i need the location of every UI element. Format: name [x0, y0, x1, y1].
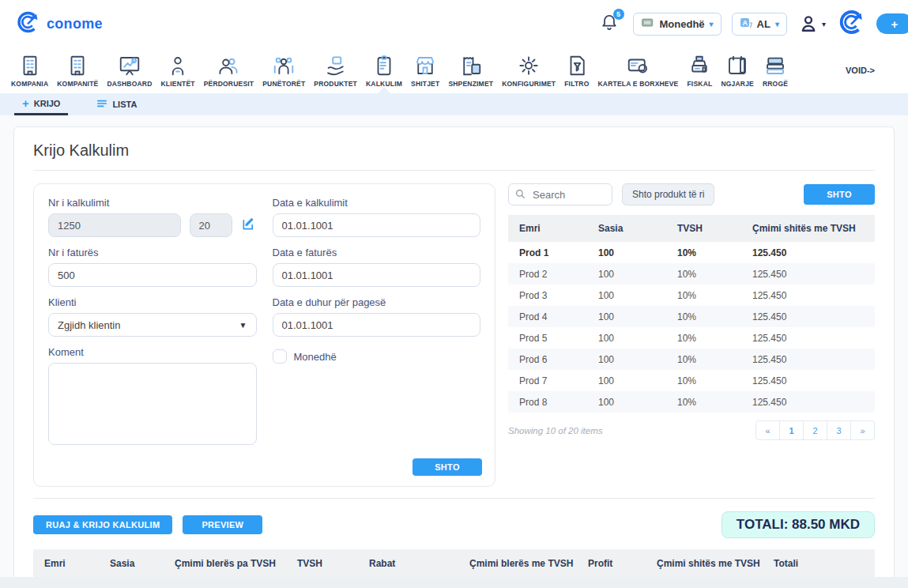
notifications-button[interactable]: 5	[599, 12, 623, 36]
table-row[interactable]: Prod 4 100 10% 125.450	[508, 306, 875, 327]
main-navigation: KOMPANIA KOMPANITË DASHBOARD KLIENTËT PË…	[0, 47, 908, 93]
calculation-clipboard-icon: $	[372, 54, 396, 77]
calculation-table-header: Emri Sasia Çmimi blerës pa TVSH TVSH Rab…	[33, 549, 875, 578]
table-row[interactable]: Prod 5 100 10% 125.450	[508, 327, 875, 349]
cell-cmimi: 125.450	[752, 247, 875, 258]
koment-textarea[interactable]	[48, 363, 257, 445]
nav-item-kompanite[interactable]: KOMPANITË	[57, 47, 98, 93]
data-pageses-input[interactable]	[273, 313, 481, 337]
nav-item-konfigurimet[interactable]: KONFIGURIMET	[502, 47, 556, 93]
expenses-icon	[459, 54, 483, 77]
data-kalkulimit-input[interactable]	[273, 213, 481, 237]
brand-logo[interactable]: conome	[14, 9, 103, 39]
nr-fatures-input[interactable]	[48, 263, 257, 287]
nav-item-ngjarje[interactable]: 22 NGJARJE	[721, 47, 754, 93]
monedhe-checkbox[interactable]	[273, 349, 287, 364]
cell-emri: Prod 8	[519, 397, 598, 408]
table-row[interactable]: Prod 1 100 10% 125.450	[508, 242, 875, 263]
preview-button[interactable]: PREVIEW	[183, 515, 262, 534]
debt-card-icon: ?	[626, 54, 650, 77]
calendar-icon: 22	[725, 54, 749, 77]
search-icon	[514, 188, 526, 203]
dropdown-caret-icon: ▼	[239, 321, 247, 330]
total-amount-badge: TOTALI: 88.50 MKD	[722, 511, 875, 538]
nr-fatures-label: Nr i faturës	[48, 247, 257, 258]
table-row[interactable]: Prod 8 100 10% 125.450	[508, 391, 875, 413]
table-row[interactable]: Prod 6 100 10% 125.450	[508, 349, 875, 370]
buildings-icon	[66, 54, 89, 77]
calculation-form-panel: Nr i kalkulimit Nr i faturës Klienti	[33, 183, 495, 487]
conome-mark-icon[interactable]	[836, 7, 866, 40]
pagination-next[interactable]: »	[850, 420, 875, 440]
pagination: « 1 2 3 »	[755, 420, 875, 440]
svg-text:$: $	[385, 66, 389, 74]
nav-item-shitjet[interactable]: SHITJET	[411, 47, 439, 93]
products-panel: Shto produkt të ri SHTO Emri Sasia TVSH …	[508, 183, 875, 487]
cell-sasia: 100	[598, 354, 677, 365]
add-button[interactable]: +	[876, 13, 908, 34]
svg-text:22: 22	[732, 62, 740, 70]
nav-item-kalkulim[interactable]: $ KALKULIM	[366, 47, 402, 93]
cell-cmimi: 125.450	[752, 375, 875, 386]
nav-item-shpenzimet[interactable]: SHPENZIMET	[448, 47, 493, 93]
nav-item-klientet[interactable]: KLIENTËT	[160, 47, 194, 93]
page-bottom-strip	[0, 577, 908, 588]
data-fatures-input[interactable]	[273, 263, 481, 287]
nav-item-dashboard[interactable]: DASHBOARD	[107, 47, 152, 93]
translate-icon: A	[740, 17, 752, 32]
nav-item-rroge[interactable]: $ RROGË	[763, 47, 788, 93]
table-row[interactable]: Prod 7 100 10% 125.450	[508, 370, 875, 391]
nav-item-kompania[interactable]: KOMPANIA	[11, 47, 48, 93]
save-and-create-button[interactable]: RUAJ & KRIJO KALKULIM	[33, 515, 172, 534]
client-icon	[166, 54, 190, 77]
pagination-page-3[interactable]: 3	[827, 420, 851, 440]
cell-tvsh: 10%	[677, 397, 752, 408]
cell-sasia: 100	[598, 290, 677, 301]
language-dropdown[interactable]: A AL ▾	[732, 13, 787, 36]
cell-sasia: 100	[598, 247, 677, 258]
chevron-down-icon: ▾	[775, 20, 779, 28]
language-label: AL	[757, 18, 770, 30]
nav-item-fiskal[interactable]: FISKAL	[687, 47, 712, 93]
add-product-button[interactable]: Shto produkt të ri	[622, 183, 714, 205]
brand-name: conome	[47, 16, 103, 32]
void-link[interactable]: VOID->	[846, 66, 875, 75]
nav-item-punetoret[interactable]: PUNËTORËT	[262, 47, 305, 93]
cell-tvsh: 10%	[677, 311, 752, 322]
filter-icon	[565, 54, 589, 77]
nav-item-filtro[interactable]: FILTRO	[564, 47, 589, 93]
products-table-header: Emri Sasia TVSH Çmimi shitës me TVSH	[508, 215, 875, 242]
plus-icon: +	[22, 96, 29, 110]
nr-kalkulimit-input[interactable]	[48, 213, 181, 237]
cell-cmimi: 125.450	[752, 290, 875, 301]
products-shto-button[interactable]: SHTO	[804, 184, 875, 205]
users-icon	[217, 54, 240, 77]
cell-sasia: 100	[598, 375, 677, 386]
user-menu[interactable]: ▾	[797, 13, 826, 35]
nav-item-perdoruesit[interactable]: PËRDORUESIT	[204, 47, 254, 93]
top-header: conome 5 Monedhë ▾	[0, 0, 908, 47]
divider	[33, 170, 875, 171]
tab-lista[interactable]: LISTA	[89, 93, 145, 115]
klienti-select[interactable]: Zgjidh klientin ▼	[48, 313, 257, 337]
cell-emri: Prod 6	[519, 354, 598, 365]
pagination-page-1[interactable]: 1	[779, 420, 804, 440]
pagination-page-2[interactable]: 2	[803, 420, 827, 440]
tab-krijo[interactable]: + KRIJO	[14, 93, 68, 115]
nav-item-produktet[interactable]: PRODUKTET	[314, 47, 357, 93]
cell-tvsh: 10%	[677, 333, 752, 344]
pagination-prev[interactable]: «	[755, 420, 780, 440]
nav-item-kartela-e-borxheve[interactable]: ? KARTELA E BORXHEVE	[597, 47, 678, 93]
currency-dropdown[interactable]: Monedhë ▾	[633, 13, 722, 36]
cell-emri: Prod 5	[519, 333, 598, 344]
form-shto-button[interactable]: SHTO	[413, 458, 482, 476]
table-row[interactable]: Prod 2 100 10% 125.450	[508, 263, 875, 285]
store-icon	[413, 54, 437, 77]
cell-cmimi: 125.450	[752, 333, 875, 344]
cell-emri: Prod 1	[519, 247, 598, 258]
edit-icon[interactable]	[241, 216, 257, 235]
table-row[interactable]: Prod 3 100 10% 125.450	[508, 285, 875, 306]
cell-tvsh: 10%	[677, 290, 752, 301]
products-table: Emri Sasia TVSH Çmimi shitës me TVSH Pro…	[508, 215, 875, 413]
nr-kalkulimit-suffix-input[interactable]	[190, 213, 232, 237]
